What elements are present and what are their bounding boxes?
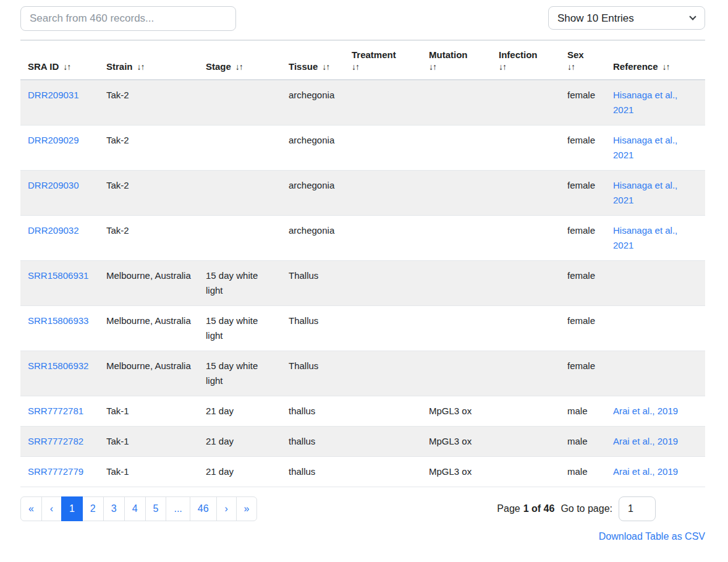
page-1-button[interactable]: 1 bbox=[61, 496, 83, 521]
records-table: SRA ID↓↑Strain↓↑Stage↓↑Tissue↓↑Treatment… bbox=[20, 40, 705, 487]
next-page-button[interactable]: › bbox=[216, 496, 237, 521]
reference-link[interactable]: Arai et al., 2019 bbox=[613, 436, 678, 446]
cell-sex: female bbox=[560, 306, 606, 351]
table-row: DRR209030Tak-2archegoniafemaleHisanaga e… bbox=[20, 171, 705, 216]
page-46-button[interactable]: 46 bbox=[190, 496, 217, 521]
page-3-button[interactable]: 3 bbox=[103, 496, 125, 521]
cell-sex: female bbox=[560, 261, 606, 306]
cell-stage bbox=[198, 80, 281, 126]
cell-strain: Tak-2 bbox=[99, 80, 198, 126]
cell-reference bbox=[606, 306, 705, 351]
reference-link[interactable]: Arai et al., 2019 bbox=[613, 466, 678, 477]
cell-treatment bbox=[344, 261, 421, 306]
cell-infection bbox=[491, 427, 560, 457]
page-4-button[interactable]: 4 bbox=[124, 496, 146, 521]
cell-treatment bbox=[344, 216, 421, 261]
column-header-reference[interactable]: Reference↓↑ bbox=[606, 40, 705, 80]
previous-page-button[interactable]: ‹ bbox=[41, 496, 62, 521]
page-5-button[interactable]: 5 bbox=[145, 496, 167, 521]
cell-strain: Melbourne, Australia bbox=[99, 351, 198, 396]
column-header-mutation[interactable]: Mutation↓↑ bbox=[421, 40, 491, 80]
sra-id-link[interactable]: SRR15806932 bbox=[28, 360, 88, 371]
cell-tissue: archegonia bbox=[281, 126, 344, 171]
cell-sex: female bbox=[560, 171, 606, 216]
cell-reference: Hisanaga et al., 2021 bbox=[606, 216, 705, 261]
column-header-strain[interactable]: Strain↓↑ bbox=[99, 40, 198, 80]
sort-icon[interactable]: ↓↑ bbox=[235, 62, 243, 72]
sra-id-link[interactable]: DRR209032 bbox=[28, 225, 79, 236]
reference-link[interactable]: Hisanaga et al., 2021 bbox=[613, 180, 677, 205]
table-row: DRR209031Tak-2archegoniafemaleHisanaga e… bbox=[20, 80, 705, 126]
sra-id-link[interactable]: SRR15806933 bbox=[28, 315, 88, 326]
table-row: SRR7772781Tak-121 daythallusMpGL3 oxmale… bbox=[20, 396, 705, 427]
cell-reference: Arai et al., 2019 bbox=[606, 427, 705, 457]
sort-icon[interactable]: ↓↑ bbox=[137, 62, 145, 72]
sra-id-link[interactable]: DRR209030 bbox=[28, 180, 79, 190]
sra-id-link[interactable]: DRR209031 bbox=[28, 90, 79, 100]
sra-id-link[interactable]: SRR7772779 bbox=[28, 466, 83, 477]
cell-infection bbox=[491, 261, 560, 306]
column-header-tissue[interactable]: Tissue↓↑ bbox=[281, 40, 344, 80]
sort-icon[interactable]: ↓↑ bbox=[352, 62, 414, 72]
cell-tissue: thallus bbox=[281, 427, 344, 457]
column-header-infection[interactable]: Infection↓↑ bbox=[491, 40, 560, 80]
reference-link[interactable]: Hisanaga et al., 2021 bbox=[613, 225, 677, 250]
sra-id-link[interactable]: DRR209029 bbox=[28, 135, 79, 145]
sra-id-link[interactable]: SRR15806931 bbox=[28, 270, 88, 281]
sort-icon[interactable]: ↓↑ bbox=[567, 62, 598, 72]
cell-sra-id: SRR15806933 bbox=[20, 306, 99, 351]
column-label: Reference bbox=[613, 61, 658, 72]
header-row: SRA ID↓↑Strain↓↑Stage↓↑Tissue↓↑Treatment… bbox=[20, 40, 705, 80]
cell-stage: 21 day bbox=[198, 427, 281, 457]
cell-strain: Tak-1 bbox=[99, 457, 198, 487]
table-row: SRR15806932Melbourne, Australia15 day wh… bbox=[20, 351, 705, 396]
cell-tissue: archegonia bbox=[281, 216, 344, 261]
cell-sra-id: DRR209032 bbox=[20, 216, 99, 261]
reference-link[interactable]: Hisanaga et al., 2021 bbox=[613, 90, 677, 115]
cell-infection bbox=[491, 306, 560, 351]
ellipsis-button: ... bbox=[166, 496, 190, 521]
page-info: Page 1 of 46 Go to page: bbox=[497, 496, 656, 521]
column-header-sra-id[interactable]: SRA ID↓↑ bbox=[20, 40, 99, 80]
search-input[interactable] bbox=[20, 6, 236, 31]
sort-icon[interactable]: ↓↑ bbox=[63, 62, 70, 72]
cell-reference: Arai et al., 2019 bbox=[606, 396, 705, 427]
cell-mutation: MpGL3 ox bbox=[421, 396, 491, 427]
reference-link[interactable]: Hisanaga et al., 2021 bbox=[613, 135, 677, 160]
sra-id-link[interactable]: SRR7772781 bbox=[28, 406, 83, 416]
goto-page-input[interactable] bbox=[619, 496, 656, 521]
cell-treatment bbox=[344, 427, 421, 457]
table-row: SRR7772779Tak-121 daythallusMpGL3 oxmale… bbox=[20, 457, 705, 487]
sort-icon[interactable]: ↓↑ bbox=[662, 62, 670, 72]
cell-infection bbox=[491, 351, 560, 396]
entries-select[interactable]: Show 10 Entries bbox=[548, 6, 705, 30]
sort-icon[interactable]: ↓↑ bbox=[429, 62, 484, 72]
first-page-button[interactable]: « bbox=[20, 496, 42, 521]
cell-reference: Hisanaga et al., 2021 bbox=[606, 171, 705, 216]
table-row: SRR15806931Melbourne, Australia15 day wh… bbox=[20, 261, 705, 306]
column-header-treatment[interactable]: Treatment↓↑ bbox=[344, 40, 421, 80]
sort-icon[interactable]: ↓↑ bbox=[322, 62, 329, 72]
column-header-sex[interactable]: Sex↓↑ bbox=[560, 40, 606, 80]
cell-tissue: thallus bbox=[281, 396, 344, 427]
sra-id-link[interactable]: SRR7772782 bbox=[28, 436, 83, 446]
page-2-button[interactable]: 2 bbox=[82, 496, 104, 521]
cell-sex: female bbox=[560, 216, 606, 261]
last-page-button[interactable]: » bbox=[236, 496, 258, 521]
cell-sra-id: SRR15806932 bbox=[20, 351, 99, 396]
download-csv-link[interactable]: Download Table as CSV bbox=[599, 531, 705, 542]
cell-stage: 15 day white light bbox=[198, 351, 281, 396]
cell-treatment bbox=[344, 306, 421, 351]
column-header-stage[interactable]: Stage↓↑ bbox=[198, 40, 281, 80]
cell-stage: 15 day white light bbox=[198, 306, 281, 351]
cell-treatment bbox=[344, 171, 421, 216]
cell-sra-id: SRR7772779 bbox=[20, 457, 99, 487]
cell-sra-id: SRR15806931 bbox=[20, 261, 99, 306]
cell-tissue: Thallus bbox=[281, 351, 344, 396]
cell-strain: Melbourne, Australia bbox=[99, 261, 198, 306]
goto-page-label: Go to page: bbox=[561, 503, 612, 514]
cell-sex: male bbox=[560, 457, 606, 487]
cell-treatment bbox=[344, 351, 421, 396]
sort-icon[interactable]: ↓↑ bbox=[499, 62, 552, 72]
reference-link[interactable]: Arai et al., 2019 bbox=[613, 406, 678, 416]
